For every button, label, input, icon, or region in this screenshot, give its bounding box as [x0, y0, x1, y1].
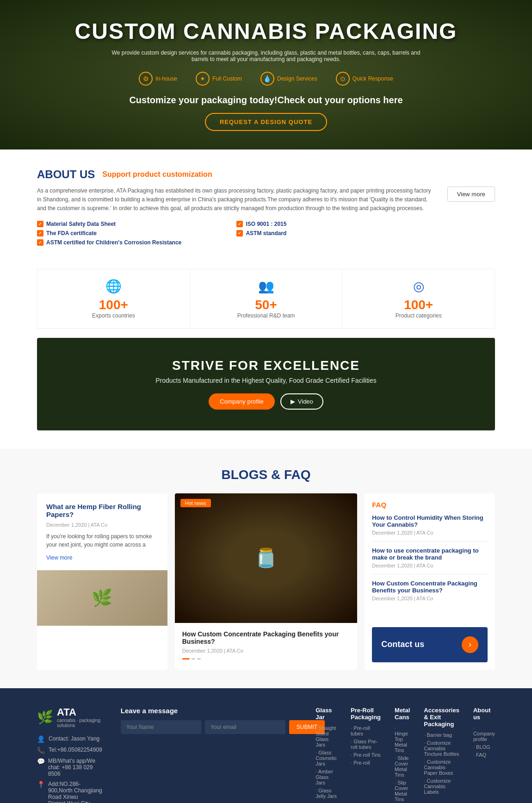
faq-item-3-title: How Custom Concentrate Packaging Benefit…	[372, 580, 488, 594]
cert-check-icon: ✓	[236, 230, 243, 237]
about-content: As a comprehensive enterprise, ATA Packa…	[37, 187, 495, 250]
excellence-section: STRIVE FOR EXCELLENCE Products Manufactu…	[37, 338, 495, 430]
view-more-button[interactable]: View more	[447, 187, 495, 202]
footer-top: 🌿 ATA cannabis · packaging solutions 👤 C…	[37, 707, 495, 803]
ata-logo-icon: 🌿	[37, 710, 53, 725]
blogs-section-title: BLOGS & FAQ	[37, 467, 495, 482]
hero-icons: ⚙ In-house ✦ Full Custom 💧 Design Servic…	[75, 72, 458, 86]
blog-card-faq: FAQ How to Control Humidity When Storing…	[365, 493, 495, 670]
stat-exports-number: 100+	[47, 298, 180, 312]
request-quote-button[interactable]: REQUEST A DESIGN QUOTE	[205, 113, 327, 131]
about-header: ABOUT US Support product customization	[37, 168, 495, 181]
faq-item-3-meta: December 1,2020 | ATA Co	[372, 596, 488, 601]
footer-nav-item[interactable]: Glass Pre-roll tubes	[351, 739, 381, 750]
contact-us-label: Contact us	[381, 640, 424, 649]
faq-item-2-meta: December 1,2020 | ATA Co	[372, 563, 488, 568]
blogs-section: BLOGS & FAQ What are Hemp Fiber Rolling …	[0, 449, 532, 688]
footer-email-input[interactable]	[205, 720, 285, 734]
contact-us-arrow-icon: ›	[462, 636, 478, 653]
footer-form-row: SUBMIT	[121, 720, 297, 734]
hero-icon-quick: ⊙ Quick Response	[336, 72, 393, 86]
footer-nav-preroll: Pre-Roll Packaging Pre-roll tubes Glass …	[351, 707, 381, 803]
contact-us-box[interactable]: Contact us ›	[372, 627, 488, 662]
footer-nav-item[interactable]: Slip Cover Metal Tins	[395, 780, 410, 802]
hero-icon-design: 💧 Design Services	[260, 72, 317, 86]
hero-cta-text: Customize your packaging today!Check out…	[75, 95, 458, 106]
video-button[interactable]: ▶ Video	[280, 393, 323, 410]
footer-nav-item[interactable]: Slide Cover Metal Tins	[395, 755, 410, 778]
footer-name-input[interactable]	[121, 720, 201, 734]
person-icon: 👤	[37, 735, 45, 743]
footer: 🌿 ATA cannabis · packaging solutions 👤 C…	[0, 688, 532, 803]
faq-section: FAQ How to Control Humidity When Storing…	[365, 493, 495, 620]
footer-nav-glass-jar-heading: Glass Jar	[315, 707, 337, 721]
footer-nav-item[interactable]: Company profile	[473, 725, 495, 742]
cert-check-icon: ✓	[37, 221, 43, 227]
stats-bar: 🌐 100+ Exports countries 👥 50+ Professio…	[37, 269, 495, 329]
about-certs: ✓ Material Safety Data Sheet ✓ ISO 9001 …	[37, 221, 433, 246]
blog-dot-2	[192, 658, 195, 660]
chat-icon: 💬	[37, 758, 44, 765]
footer-nav-cols: Glass Jar Straight Sided Glass Jars Glas…	[315, 707, 495, 803]
blog-left-excerpt: If you're looking for rolling papers to …	[46, 532, 158, 549]
about-right: View more	[447, 187, 495, 202]
about-heading: ABOUT US	[37, 168, 95, 181]
inhouse-icon: ⚙	[139, 72, 153, 86]
footer-message-heading: Leave a message	[121, 707, 297, 715]
footer-nav-item[interactable]: Hinge Top Metal Tins	[395, 725, 410, 753]
faq-item-1-meta: December 1,2020 | ATA Co	[372, 530, 488, 535]
footer-nav-item[interactable]: Customize Cannabis Tincture Bottles	[424, 740, 459, 757]
hero-title: CUSTOM CANNABIS PACKAGING	[75, 19, 458, 44]
design-icon: 💧	[260, 72, 274, 86]
location-icon: 📍	[37, 781, 44, 788]
footer-nav-item[interactable]: Pre-roll	[351, 760, 381, 766]
blog-left-image: 🌿	[37, 570, 167, 626]
cert-check-icon: ✓	[37, 239, 43, 246]
stat-team: 👥 50+ Professional R&D team	[190, 269, 343, 328]
team-icon: 👥	[199, 279, 333, 294]
footer-contact-address: 📍 Add:NO.286-900,North Changjiang Road X…	[37, 781, 102, 803]
stat-team-label: Professional R&D team	[199, 312, 333, 319]
footer-nav-item[interactable]: FAQ	[473, 752, 495, 758]
footer-nav-item[interactable]: Pre-roll Tins	[351, 752, 381, 758]
hot-news-badge: Hot news	[180, 499, 211, 507]
blogs-grid: What are Hemp Fiber Rolling Papers? Dece…	[37, 493, 495, 670]
footer-leave-message: Leave a message SUBMIT	[121, 707, 297, 738]
stat-products-number: 100+	[352, 298, 485, 312]
blog-left-meta: December 1,2020 | ATA Co	[46, 522, 158, 528]
hero-icon-inhouse: ⚙ In-house	[139, 72, 177, 86]
company-profile-button[interactable]: Company profile	[209, 393, 275, 410]
cert-item-3: ✓ The FDA certificate	[37, 230, 234, 237]
faq-item-1-title: How to Control Humidity When Storing You…	[372, 514, 488, 528]
faq-item-2-title: How to use concentrate packaging to make…	[372, 547, 488, 561]
blog-left-viewmore[interactable]: View more	[46, 554, 72, 561]
faq-item-1[interactable]: How to Control Humidity When Storing You…	[372, 514, 488, 542]
footer-nav-about: About us Company profile BLOG FAQ	[473, 707, 495, 803]
footer-nav-item[interactable]: Barrier bag	[424, 732, 459, 738]
footer-nav-item[interactable]: Customize Cannabis Paper Boxes	[424, 759, 459, 776]
footer-nav-accessories-heading: Accessories & Exit Packaging	[424, 707, 459, 728]
globe-icon: 🌐	[47, 279, 180, 294]
footer-nav-item[interactable]: Glass Cosmetic Jars	[315, 750, 337, 766]
cert-item-4: ✓ ASTM standard	[236, 230, 433, 237]
faq-item-3[interactable]: How Custom Concentrate Packaging Benefit…	[372, 580, 488, 607]
footer-nav-preroll-heading: Pre-Roll Packaging	[351, 707, 381, 721]
blog-center-title: How Custom Concentrate Packaging Benefit…	[182, 630, 350, 645]
cert-item-5: ✓ ASTM certified for Children's Corrosio…	[37, 239, 433, 246]
footer-nav-item[interactable]: Glass Jelly Jars	[315, 788, 337, 799]
footer-logo-name: ATA	[57, 707, 102, 718]
footer-nav-item[interactable]: Customize Cannabis Labels	[424, 778, 459, 795]
footer-nav-item[interactable]: Straight Sided Glass Jars	[315, 725, 337, 747]
faq-item-2[interactable]: How to use concentrate packaging to make…	[372, 547, 488, 574]
footer-nav-item[interactable]: Amber Glass Jars	[315, 769, 337, 785]
faq-label: FAQ	[372, 501, 488, 509]
play-icon: ▶	[291, 398, 295, 405]
stat-products: ◎ 100+ Product categories	[342, 269, 495, 328]
about-left: As a comprehensive enterprise, ATA Packa…	[37, 187, 433, 250]
stat-exports: 🌐 100+ Exports countries	[37, 269, 190, 328]
cert-item-1: ✓ Material Safety Data Sheet	[37, 221, 234, 227]
footer-nav-item[interactable]: Pre-roll tubes	[351, 725, 381, 736]
footer-logo-sub: cannabis · packaging solutions	[57, 718, 102, 728]
footer-contact-person: 👤 Contact: Jason Yang	[37, 735, 102, 743]
footer-nav-item[interactable]: BLOG	[473, 744, 495, 750]
